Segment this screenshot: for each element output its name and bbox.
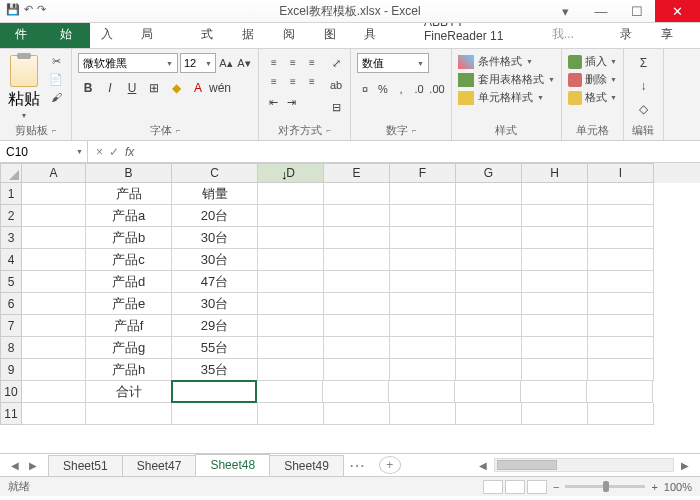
hscroll-left-icon[interactable]: ◀ [474, 460, 492, 471]
cell[interactable] [258, 293, 324, 315]
cell[interactable] [522, 249, 588, 271]
fill-color-button[interactable]: ◆ [166, 78, 186, 98]
cell[interactable]: 47台 [172, 271, 258, 293]
row-header[interactable]: 5 [0, 271, 22, 293]
cell[interactable] [522, 183, 588, 205]
cell[interactable]: 产品h [86, 359, 172, 381]
cell[interactable] [258, 227, 324, 249]
cell[interactable] [588, 315, 654, 337]
name-box[interactable]: C10▼ [0, 141, 88, 162]
minimize-icon[interactable]: — [583, 0, 619, 22]
cell[interactable] [588, 271, 654, 293]
cell[interactable] [324, 403, 390, 425]
cell[interactable] [456, 227, 522, 249]
cell[interactable] [324, 249, 390, 271]
underline-button[interactable]: U [122, 78, 142, 98]
cell[interactable] [522, 227, 588, 249]
font-color-button[interactable]: A [188, 78, 208, 98]
column-header[interactable]: D [258, 163, 324, 183]
cell[interactable] [258, 183, 324, 205]
column-header[interactable]: B [86, 163, 172, 183]
sheet-tab[interactable]: Sheet49 [269, 455, 344, 476]
cell[interactable] [22, 403, 86, 425]
cell[interactable] [390, 403, 456, 425]
cell[interactable]: 产品b [86, 227, 172, 249]
row-header[interactable]: 7 [0, 315, 22, 337]
cancel-formula-icon[interactable]: × [96, 145, 103, 159]
column-header[interactable]: I [588, 163, 654, 183]
cell[interactable] [522, 315, 588, 337]
cell[interactable]: 30台 [172, 293, 258, 315]
orientation-icon[interactable]: ⤢ [328, 53, 344, 73]
cell[interactable] [522, 271, 588, 293]
row-header[interactable]: 8 [0, 337, 22, 359]
cell[interactable] [258, 403, 324, 425]
format-table-button[interactable]: 套用表格格式 ▼ [458, 71, 555, 88]
add-sheet-button[interactable]: + [379, 456, 401, 474]
cell[interactable]: 产品 [86, 183, 172, 205]
cell[interactable] [22, 381, 86, 403]
enter-formula-icon[interactable]: ✓ [109, 145, 119, 159]
align-top-icon[interactable]: ≡ [265, 53, 283, 71]
row-header[interactable]: 6 [0, 293, 22, 315]
cell[interactable] [324, 205, 390, 227]
cell[interactable] [456, 337, 522, 359]
cell[interactable]: 30台 [172, 227, 258, 249]
align-center-icon[interactable]: ≡ [284, 72, 302, 90]
zoom-in-icon[interactable]: + [651, 481, 657, 493]
cell[interactable]: 产品e [86, 293, 172, 315]
fx-icon[interactable]: fx [125, 145, 134, 159]
merge-button[interactable]: ⊟ [328, 97, 344, 117]
cell[interactable] [390, 183, 456, 205]
zoom-out-icon[interactable]: − [553, 481, 559, 493]
maximize-icon[interactable]: ☐ [619, 0, 655, 22]
undo-icon[interactable]: ↶ [24, 3, 33, 16]
close-icon[interactable]: ✕ [655, 0, 700, 22]
cut-icon[interactable]: ✂ [47, 53, 65, 69]
cell[interactable]: 55台 [172, 337, 258, 359]
page-break-view-icon[interactable] [527, 480, 547, 494]
cell[interactable] [588, 205, 654, 227]
delete-cells-button[interactable]: 删除 ▼ [568, 71, 617, 88]
insert-cells-button[interactable]: 插入 ▼ [568, 53, 617, 70]
row-header[interactable]: 1 [0, 183, 22, 205]
cell[interactable] [22, 249, 86, 271]
cell[interactable]: 合计 [86, 381, 172, 403]
align-left-icon[interactable]: ≡ [265, 72, 283, 90]
cell[interactable] [588, 249, 654, 271]
cell[interactable] [258, 337, 324, 359]
active-cell[interactable] [171, 380, 257, 403]
cell[interactable] [390, 227, 456, 249]
format-cells-button[interactable]: 格式 ▼ [568, 89, 617, 106]
wrap-text-button[interactable]: ab [328, 75, 344, 95]
cell[interactable] [324, 337, 390, 359]
increase-font-icon[interactable]: A▴ [218, 53, 234, 73]
cell[interactable] [390, 205, 456, 227]
row-header[interactable]: 3 [0, 227, 22, 249]
cell[interactable] [390, 337, 456, 359]
row-header[interactable]: 10 [0, 381, 22, 403]
sheet-tab-active[interactable]: Sheet48 [195, 454, 270, 476]
cell[interactable]: 产品d [86, 271, 172, 293]
decrease-decimal-icon[interactable]: .00 [429, 79, 445, 99]
horizontal-scrollbar[interactable] [494, 458, 674, 472]
increase-decimal-icon[interactable]: .0 [411, 79, 427, 99]
cell[interactable] [522, 403, 588, 425]
cell[interactable] [258, 271, 324, 293]
bold-button[interactable]: B [78, 78, 98, 98]
clear-icon[interactable]: ◇ [633, 99, 653, 119]
zoom-slider[interactable] [565, 485, 645, 488]
cell[interactable]: 30台 [172, 249, 258, 271]
phonetic-button[interactable]: wén [210, 78, 230, 98]
cell[interactable] [324, 315, 390, 337]
normal-view-icon[interactable] [483, 480, 503, 494]
font-size-select[interactable]: 12▼ [180, 53, 216, 73]
number-format-select[interactable]: 数值▼ [357, 53, 429, 73]
italic-button[interactable]: I [100, 78, 120, 98]
cell[interactable] [324, 293, 390, 315]
cell[interactable]: 产品c [86, 249, 172, 271]
cell[interactable] [522, 293, 588, 315]
column-header[interactable]: F [390, 163, 456, 183]
cell[interactable] [456, 205, 522, 227]
cell[interactable] [22, 205, 86, 227]
